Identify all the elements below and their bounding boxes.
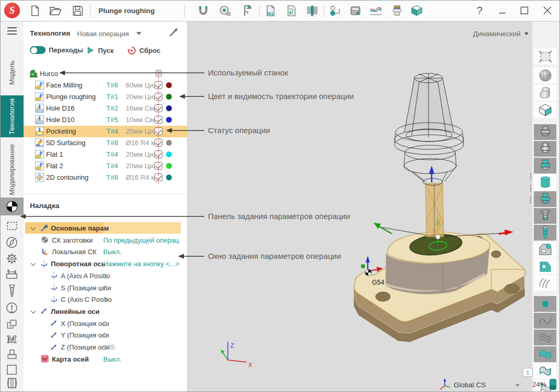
- param-row[interactable]: Карта осейВыкл.: [24, 353, 188, 365]
- param-value[interactable]: Нажмите на кнопку <...>: [103, 260, 180, 268]
- help-icon[interactable]: ?: [474, 4, 487, 17]
- tool-holder-icon[interactable]: [390, 4, 404, 17]
- new-file-icon[interactable]: [28, 4, 41, 17]
- param-value[interactable]: 0: [103, 296, 180, 303]
- save-file-icon[interactable]: [71, 4, 84, 17]
- operation-row[interactable]: Hole D10T#510мм Све: [24, 114, 188, 126]
- operation-row[interactable]: Plunge roughingT#120мм Цил: [24, 91, 188, 103]
- gear-icon[interactable]: [0, 251, 24, 266]
- layers-icon[interactable]: [0, 316, 24, 332]
- coordinate-system-selector[interactable]: Global CS: [454, 381, 486, 389]
- toolpath-color-dot[interactable]: [166, 82, 172, 88]
- chevron-expand-icon[interactable]: [31, 261, 36, 266]
- press-icon[interactable]: [0, 346, 24, 362]
- operation-row[interactable]: Hole D16T#216мм Све: [24, 103, 188, 114]
- holder-outline-button[interactable]: [534, 124, 556, 140]
- toolpath-color-dot[interactable]: [166, 175, 172, 180]
- param-row[interactable]: СК заготовкиПо предыдущей операц: [24, 234, 188, 246]
- param-value[interactable]: Выкл.: [103, 248, 180, 256]
- param-row[interactable]: Линейные оси: [24, 306, 188, 318]
- toolpath-color-dot[interactable]: [166, 140, 172, 146]
- flag-teal-button[interactable]: [534, 346, 556, 362]
- drill-bit-icon[interactable]: [0, 283, 24, 299]
- toggle-switch[interactable]: [30, 46, 46, 54]
- holder-teal-button[interactable]: [534, 191, 556, 207]
- graph-icon[interactable]: [369, 4, 382, 17]
- cyl-step-button[interactable]: [534, 85, 556, 101]
- param-row[interactable]: A (Axis A Positio0: [24, 270, 188, 282]
- calculator-icon[interactable]: [348, 4, 362, 17]
- maximize-icon[interactable]: [518, 4, 531, 17]
- toolpath-color-dot[interactable]: [166, 151, 172, 157]
- toolpath-color-dot[interactable]: [166, 163, 172, 169]
- close-icon[interactable]: [541, 4, 554, 17]
- tab-technology[interactable]: Технология: [0, 95, 24, 137]
- machine-teal-button[interactable]: [534, 258, 556, 274]
- param-value[interactable]: 245: [103, 343, 180, 351]
- contrast-icon[interactable]: [0, 198, 24, 215]
- gauge-icon[interactable]: [0, 300, 24, 315]
- menu-icon[interactable]: [0, 27, 24, 35]
- minimize-icon[interactable]: [496, 4, 510, 17]
- param-row[interactable]: Основные парам: [24, 222, 188, 234]
- holder-tealtop-button[interactable]: [534, 158, 556, 173]
- teal-cyl-button[interactable]: [534, 175, 556, 190]
- machine-dot-button[interactable]: [534, 242, 556, 257]
- operation-row[interactable]: PocketingT#420мм Цил: [24, 126, 188, 137]
- n1-program-icon[interactable]: N1: [263, 4, 277, 17]
- tab-simulation[interactable]: Моделирование: [0, 140, 24, 199]
- select-dashed-icon[interactable]: [0, 218, 24, 234]
- param-row[interactable]: Y (Позиция оси0: [24, 329, 188, 341]
- magnet-icon[interactable]: [196, 4, 210, 17]
- sphere-shaded-button[interactable]: [534, 68, 556, 83]
- compass-icon[interactable]: [0, 234, 24, 250]
- param-row[interactable]: Локальная СКВыкл.: [24, 246, 188, 258]
- tools-icon[interactable]: [305, 4, 319, 17]
- reset-button[interactable]: Сброс: [127, 46, 160, 55]
- transitions-toggle[interactable]: Переходы: [30, 46, 83, 54]
- viewport-3d[interactable]: G54 Z X: [188, 21, 532, 392]
- toolpath-color-dot[interactable]: [166, 105, 172, 111]
- operation-row[interactable]: Flat 1T#420мм Цил: [24, 149, 188, 160]
- tab-model[interactable]: Модель: [0, 52, 24, 93]
- param-value[interactable]: По предыдущей операц: [103, 236, 180, 244]
- view-mode-dropdown[interactable]: Динамический: [473, 30, 529, 38]
- param-value[interactable]: 0: [103, 272, 180, 280]
- holder-groove-button[interactable]: [534, 208, 556, 224]
- param-value[interactable]: Выкл.: [103, 355, 180, 363]
- chevron-down-icon[interactable]: [136, 32, 141, 35]
- waves-button[interactable]: [534, 330, 556, 345]
- param-row[interactable]: Поворотная осьНажмите на кнопку <...>: [24, 258, 188, 270]
- chevron-down-icon[interactable]: [515, 384, 520, 387]
- curve-button[interactable]: [534, 313, 556, 329]
- flag-grayteal-button[interactable]: [534, 363, 556, 379]
- notification-badge[interactable]: 1: [523, 368, 533, 377]
- m-letter-icon[interactable]: M: [0, 331, 24, 347]
- open-file-icon[interactable]: [48, 4, 62, 17]
- param-row[interactable]: S (Позиция шпи0: [24, 282, 188, 294]
- toolpath-color-dot[interactable]: [166, 117, 172, 123]
- hatch-button[interactable]: [534, 275, 556, 291]
- fit-view-button[interactable]: [534, 49, 556, 64]
- tape-measure-icon[interactable]: [218, 4, 232, 17]
- stock-icon[interactable]: [0, 266, 24, 282]
- operations-list-icon[interactable]: [155, 70, 162, 79]
- holder-shaded-button[interactable]: [534, 141, 556, 157]
- param-row[interactable]: C (Axis C Positio0: [24, 293, 188, 306]
- toolpath-color-dot[interactable]: [166, 94, 172, 100]
- dot-teal-button[interactable]: [534, 296, 556, 312]
- barrel-icon[interactable]: [0, 375, 24, 391]
- caliper-icon[interactable]: [240, 4, 254, 17]
- machine-row[interactable]: Hurco: [24, 68, 188, 80]
- param-row[interactable]: Z (Позиция оси245: [24, 341, 188, 353]
- operation-row[interactable]: Face MillingT#660мм Цил: [24, 80, 188, 91]
- operation-row[interactable]: 5D SurfacingT#8Ø16 R4 мм: [24, 137, 188, 149]
- run-button[interactable]: Пуск: [86, 46, 114, 55]
- operation-row[interactable]: 2D contouringT#8Ø16 R4 мм: [24, 172, 188, 183]
- report-icon[interactable]: [284, 4, 298, 17]
- param-value[interactable]: 0: [103, 284, 180, 292]
- operation-row[interactable]: Flat 2T#420мм Цил: [24, 160, 188, 172]
- param-value[interactable]: 0: [103, 331, 180, 339]
- new-operation-dropdown[interactable]: Новая операция: [77, 30, 129, 38]
- drill-teal-button[interactable]: [534, 225, 556, 241]
